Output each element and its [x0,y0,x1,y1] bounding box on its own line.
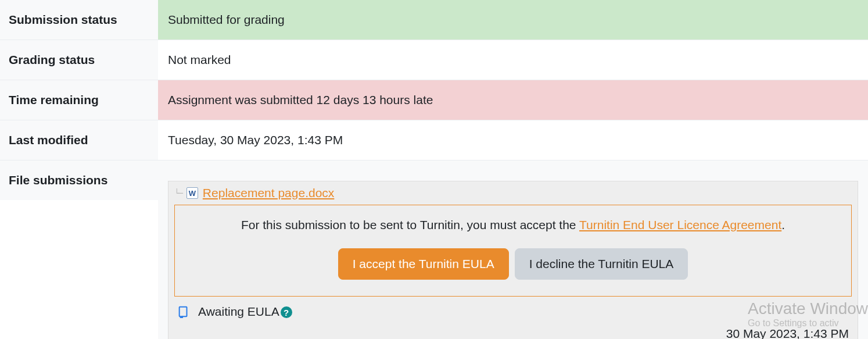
last-modified-label: Last modified [0,120,158,160]
word-doc-icon: W [186,187,198,199]
submission-table: Submission status Submitted for grading … [0,0,868,339]
pending-icon [177,305,190,318]
svg-rect-0 [180,307,187,317]
turnitin-prompt-suffix: . [781,218,785,231]
grading-status-row: Grading status Not marked [0,40,868,80]
grading-status-value: Not marked [158,40,868,80]
turnitin-prompt: For this submission to be sent to Turnit… [185,218,841,232]
help-icon[interactable]: ? [281,306,292,318]
last-modified-row: Last modified Tuesday, 30 May 2023, 1:43… [0,120,868,160]
file-entry: └─ W Replacement page.docx [174,185,852,201]
file-container: └─ W Replacement page.docx For this subm… [168,181,858,339]
file-submissions-value: └─ W Replacement page.docx For this subm… [158,160,868,339]
last-modified-value: Tuesday, 30 May 2023, 1:43 PM [158,120,868,160]
decline-eula-button[interactable]: I decline the Turnitin EULA [515,248,688,280]
file-link[interactable]: Replacement page.docx [203,186,334,200]
time-remaining-value: Assignment was submitted 12 days 13 hour… [158,80,868,120]
turnitin-timestamp: 30 May 2023, 1:43 PM [174,321,852,339]
turnitin-status-line: Awaiting EULA? [174,297,852,321]
turnitin-eula-link[interactable]: Turnitin End User Licence Agreement [579,218,781,231]
grading-status-label: Grading status [0,40,158,80]
submission-status-label: Submission status [0,0,158,40]
submission-status-row: Submission status Submitted for grading [0,0,868,40]
file-submissions-row: File submissions └─ W Replacement page.d… [0,160,868,339]
turnitin-eula-box: For this submission to be sent to Turnit… [174,205,852,297]
turnitin-status-label: Awaiting EULA [198,305,279,318]
submission-status-value: Submitted for grading [158,0,868,40]
turnitin-prompt-prefix: For this submission to be sent to Turnit… [241,218,579,231]
tree-branch-icon: └─ [174,188,182,198]
file-submissions-label: File submissions [0,160,158,200]
time-remaining-label: Time remaining [0,80,158,120]
turnitin-status-text: Awaiting EULA? [198,305,292,319]
accept-eula-button[interactable]: I accept the Turnitin EULA [338,248,509,280]
turnitin-button-row: I accept the Turnitin EULA I decline the… [185,248,841,280]
time-remaining-row: Time remaining Assignment was submitted … [0,80,868,120]
